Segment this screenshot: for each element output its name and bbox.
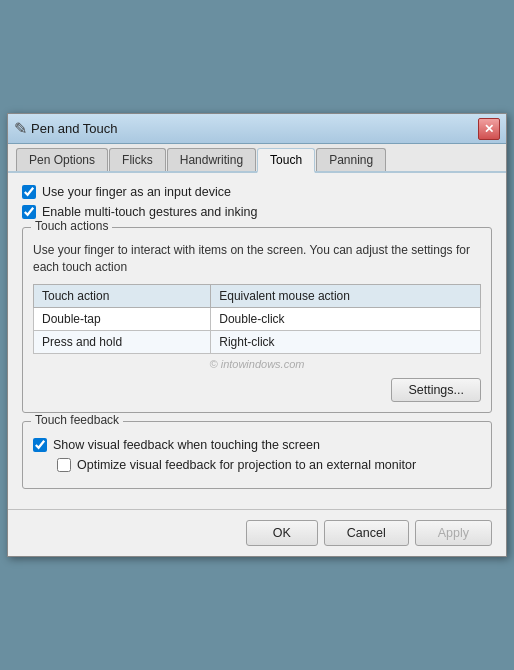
enable-multitouch-checkbox[interactable] <box>22 205 36 219</box>
col-mouse-action: Equivalent mouse action <box>211 284 481 307</box>
ok-button[interactable]: OK <box>246 520 318 546</box>
window-icon: ✎ <box>14 119 27 138</box>
tab-handwriting[interactable]: Handwriting <box>167 148 256 171</box>
settings-row: Settings... <box>33 378 481 402</box>
close-button[interactable]: ✕ <box>478 118 500 140</box>
watermark-text: © intowindows.com <box>33 358 481 370</box>
touch-feedback-title: Touch feedback <box>31 413 123 427</box>
show-visual-label: Show visual feedback when touching the s… <box>53 438 320 452</box>
apply-button[interactable]: Apply <box>415 520 492 546</box>
main-window: ✎ Pen and Touch ✕ Pen Options Flicks Han… <box>7 113 507 557</box>
tab-bar: Pen Options Flicks Handwriting Touch Pan… <box>8 144 506 173</box>
touch-feedback-group: Touch feedback Show visual feedback when… <box>22 421 492 489</box>
col-touch-action: Touch action <box>34 284 211 307</box>
tab-touch[interactable]: Touch <box>257 148 315 173</box>
mouse-action-cell: Double-click <box>211 307 481 330</box>
table-row: Press and hold Right-click <box>34 330 481 353</box>
mouse-action-cell: Right-click <box>211 330 481 353</box>
footer: OK Cancel Apply <box>8 509 506 556</box>
touch-action-cell: Press and hold <box>34 330 211 353</box>
touch-action-cell: Double-tap <box>34 307 211 330</box>
title-bar-left: ✎ Pen and Touch <box>14 119 118 138</box>
enable-multitouch-row: Enable multi-touch gestures and inking <box>22 205 492 219</box>
use-finger-row: Use your finger as an input device <box>22 185 492 199</box>
cancel-button[interactable]: Cancel <box>324 520 409 546</box>
tab-pen-options[interactable]: Pen Options <box>16 148 108 171</box>
window-title: Pen and Touch <box>31 121 118 136</box>
touch-actions-description: Use your finger to interact with items o… <box>33 242 481 276</box>
touch-actions-table: Touch action Equivalent mouse action Dou… <box>33 284 481 354</box>
touch-actions-group: Touch actions Use your finger to interac… <box>22 227 492 413</box>
optimize-visual-row: Optimize visual feedback for projection … <box>57 458 481 472</box>
use-finger-checkbox[interactable] <box>22 185 36 199</box>
optimize-visual-label: Optimize visual feedback for projection … <box>77 458 416 472</box>
title-bar: ✎ Pen and Touch ✕ <box>8 114 506 144</box>
show-visual-checkbox[interactable] <box>33 438 47 452</box>
tab-flicks[interactable]: Flicks <box>109 148 166 171</box>
enable-multitouch-label: Enable multi-touch gestures and inking <box>42 205 257 219</box>
optimize-visual-checkbox[interactable] <box>57 458 71 472</box>
tab-panning[interactable]: Panning <box>316 148 386 171</box>
table-row: Double-tap Double-click <box>34 307 481 330</box>
use-finger-label: Use your finger as an input device <box>42 185 231 199</box>
touch-actions-title: Touch actions <box>31 219 112 233</box>
settings-button[interactable]: Settings... <box>391 378 481 402</box>
show-visual-row: Show visual feedback when touching the s… <box>33 438 481 452</box>
content-area: Use your finger as an input device Enabl… <box>8 173 506 509</box>
